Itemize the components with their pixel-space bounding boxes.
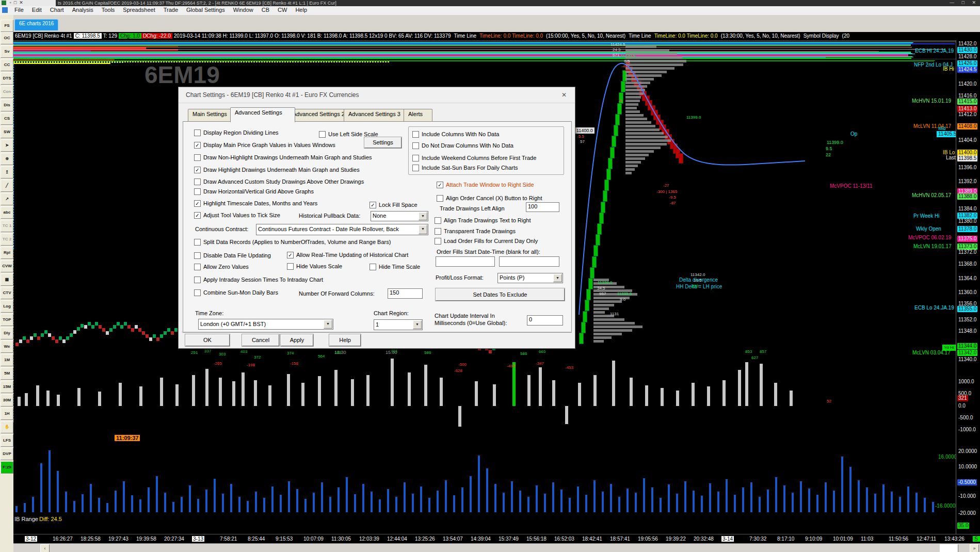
order-fills-time-input[interactable] [499, 256, 559, 267]
toolbar-we[interactable]: We [1, 340, 13, 353]
menu-edit[interactable]: Edit [28, 6, 46, 13]
checkbox-highlight-timescale-dates-months-and-yea[interactable]: ✓Highlight Timescale Dates, Months and Y… [194, 200, 317, 207]
checkbox-box[interactable] [194, 252, 201, 259]
checkbox-box[interactable] [194, 188, 201, 195]
text-tool-icon[interactable]: abc [1, 206, 13, 219]
toolbar-cc[interactable]: CC [1, 59, 13, 71]
checkbox-box[interactable]: ✓ [194, 212, 201, 219]
toolbar-lfs[interactable]: LFS [1, 434, 13, 447]
tab-advanced-settings-2[interactable]: Advanced Settings 2 [288, 109, 352, 122]
checkbox-box[interactable]: ✓ [287, 252, 294, 258]
chevron-down-icon[interactable]: ▼ [419, 225, 427, 234]
checkbox-box[interactable] [194, 129, 201, 136]
checkbox-draw-highlight-drawings-underneath-main-[interactable]: ✓Draw Highlight Drawings Underneath Main… [194, 167, 360, 173]
checkbox-align-trade-drawings-text-to-right[interactable]: Align Trade Drawings Text to Right [435, 217, 531, 224]
checkbox-allow-real-time-updating-of-historical-c[interactable]: ✓Allow Real-Time Updating of Historical … [287, 252, 408, 258]
menu-analysis[interactable]: Analysis [68, 6, 98, 13]
menu-trade[interactable]: Trade [159, 6, 182, 13]
menu-cw[interactable]: CW [274, 6, 291, 13]
checkbox-box[interactable]: ✓ [369, 202, 376, 208]
checkbox-include-columns-with-no-data[interactable]: Include Columns With No Data [412, 131, 499, 138]
checkbox-box[interactable] [369, 264, 376, 270]
checkbox-box[interactable] [412, 131, 419, 138]
horizontal-scrollbar[interactable]: ‹ » [13, 543, 980, 552]
checkbox-box[interactable] [194, 178, 201, 185]
toolbar-oc[interactable]: OC [1, 32, 13, 44]
continuous-contract-select[interactable]: Continuous Futures Contract - Date Rule … [256, 224, 428, 235]
checkbox-lock-fill-space[interactable]: ✓Lock Fill Space [369, 202, 417, 208]
menu-help[interactable]: Help [291, 6, 311, 13]
toolbar-cs[interactable]: CS [1, 112, 13, 125]
time-zone-select[interactable]: London (+0 GMT/+1 BST)▼ [198, 319, 333, 330]
hand-tool-icon[interactable]: ✋ [1, 421, 13, 433]
checkbox-box[interactable]: ✓ [194, 142, 201, 149]
toolbar-f-29[interactable]: F:29 [1, 461, 13, 474]
checkbox-box[interactable]: ✓ [437, 182, 443, 188]
ray-icon[interactable]: ↗ [1, 193, 13, 205]
chevron-down-icon[interactable]: ▼ [553, 274, 562, 282]
toolbar-dis[interactable]: Dis [1, 99, 13, 111]
measure-icon[interactable]: ↥ [1, 166, 13, 178]
toolbar-tc-1[interactable]: TC 1 [1, 220, 13, 232]
ok-button[interactable]: OK [185, 334, 230, 346]
volume-grid-icon[interactable]: ▦ [1, 273, 13, 286]
checkbox-box[interactable] [194, 264, 201, 270]
cursor-icon[interactable]: ➤ [1, 139, 13, 152]
checkbox-box[interactable]: ✓ [194, 167, 201, 173]
checkbox-box[interactable] [412, 142, 419, 149]
order-fills-date-input[interactable] [436, 256, 495, 267]
chart-region-select[interactable]: 1▼ [374, 319, 423, 330]
chart-tab[interactable]: 6E charts 2016 [14, 19, 58, 30]
dialog-title-bar[interactable]: Chart Settings - 6EM19 [CB] Renko 4t #1 … [179, 87, 575, 103]
checkbox-allow-zero-values[interactable]: Allow Zero Values [194, 264, 249, 270]
pl-format-select[interactable]: Points (P)▼ [497, 273, 563, 283]
checkbox-box[interactable] [319, 131, 326, 138]
checkbox-box[interactable] [412, 155, 419, 161]
crosshair-icon[interactable]: ⊕ [1, 153, 13, 165]
toolbar-1h[interactable]: 1H [1, 408, 13, 420]
toolbar-sw[interactable]: SW [1, 126, 13, 138]
checkbox-box[interactable] [287, 263, 294, 270]
toolbar-1m[interactable]: 1M [1, 354, 13, 366]
toolbar-fs[interactable]: FS [1, 20, 13, 32]
tab-alerts[interactable]: Alerts [404, 109, 432, 122]
checkbox-combine-sun-mon-daily-bars[interactable]: Combine Sun-Mon Daily Bars [194, 289, 278, 296]
checkbox-load-order-fills-for-current-day-only[interactable]: Load Order Fills for Current Day Only [435, 238, 538, 245]
checkbox-adjust-tool-values-to-tick-size[interactable]: ✓Adjust Tool Values to Tick Size [194, 212, 280, 219]
checkbox-do-not-draw-columns-with-no-data[interactable]: Do Not Draw Columns With No Data [412, 142, 513, 149]
checkbox-include-sat-sun-bars-for-daily-charts[interactable]: Include Sat-Sun Bars For Daily Charts [412, 165, 518, 171]
toolbar-cvw[interactable]: CVW [1, 260, 13, 272]
checkbox-hide-values-scale[interactable]: Hide Values Scale [287, 263, 342, 270]
help-button[interactable]: Help [329, 334, 361, 346]
set-dates-exclude-button[interactable]: Set Dates To Exclude [436, 288, 565, 301]
toolbar-con[interactable]: Con [1, 86, 13, 98]
checkbox-box[interactable] [435, 217, 441, 224]
checkbox-display-main-price-graph-values-in-value[interactable]: ✓Display Main Price Graph Values in Valu… [194, 142, 335, 149]
dialog-close-icon[interactable]: ✕ [559, 90, 569, 100]
checkbox-attach-trade-window-to-right-side[interactable]: ✓Attach Trade Window to Right Side [437, 182, 534, 188]
historical-pullback-select[interactable]: None▼ [371, 211, 428, 221]
chevron-down-icon[interactable]: ▼ [413, 320, 422, 329]
maximize-button[interactable]: □ [962, 0, 968, 5]
toolbar-ctv[interactable]: CTV [1, 287, 13, 299]
checkbox-box[interactable]: ✓ [194, 200, 201, 207]
tab-advanced-settings-3[interactable]: Advanced Settings 3 [344, 109, 411, 122]
toolbar-30m[interactable]: 30M [1, 394, 13, 407]
chevron-down-icon[interactable]: ▼ [324, 320, 332, 329]
checkbox-disable-data-file-updating[interactable]: Disable Data File Updating [194, 252, 271, 259]
checkbox-include-weekend-columns-before-first-tra[interactable]: Include Weekend Columns Before First Tra… [412, 155, 536, 161]
checkbox-align-order-cancel-x-button-to-right[interactable]: Align Order Cancel (X) Button to Right [437, 195, 542, 202]
menu-window[interactable]: Window [229, 6, 258, 13]
checkbox-use-left-side-scale[interactable]: Use Left Side Scale [319, 131, 378, 138]
checkbox-box[interactable] [194, 154, 201, 161]
checkbox-transparent-trade-drawings[interactable]: Transparent Trade Drawings [435, 228, 516, 235]
toolbar-dts[interactable]: DTS [1, 72, 13, 85]
toolbar-dly[interactable]: Dly [1, 327, 13, 339]
checkbox-draw-horizontal-vertical-grid-above-grap[interactable]: Draw Horizontal/Vertical Grid Above Grap… [194, 188, 314, 195]
trade-drawings-align-input[interactable]: 100 [526, 202, 559, 212]
checkbox-split-data-records-applies-to-numberoftr[interactable]: Split Data Records (Applies to NumberOfT… [194, 239, 391, 246]
toolbar-15m[interactable]: 15M [1, 381, 13, 393]
checkbox-box[interactable] [194, 239, 201, 246]
update-interval-input[interactable]: 0 [527, 315, 563, 326]
cancel-button[interactable]: Cancel [242, 334, 279, 346]
